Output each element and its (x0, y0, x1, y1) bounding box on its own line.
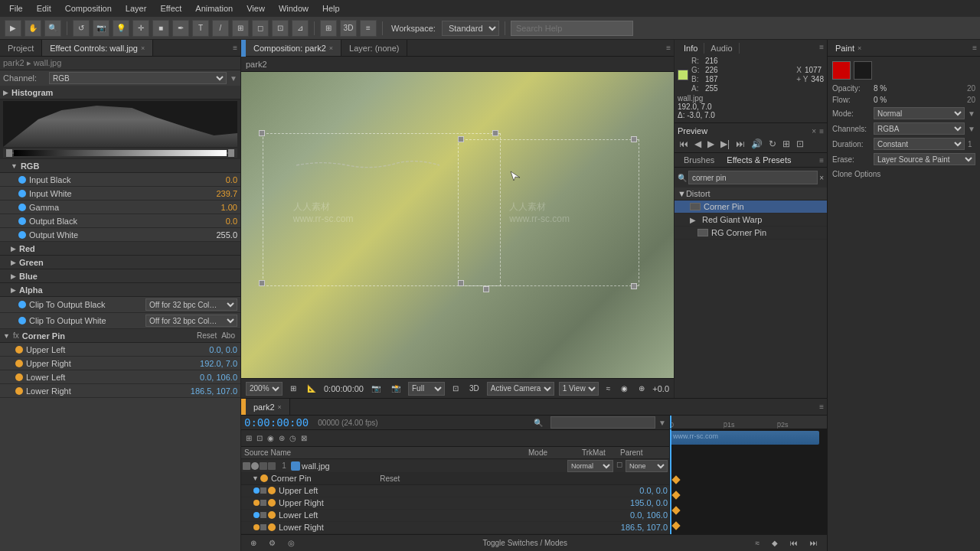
tool-camera[interactable]: 📷 (93, 20, 109, 37)
layer-mode-select[interactable]: Normal (567, 460, 613, 472)
prev-loop-btn[interactable]: ↻ (767, 139, 778, 149)
prev-skip-start-btn[interactable]: ⏮ (678, 139, 690, 149)
tool-zoom[interactable]: 🔍 (44, 20, 61, 37)
tl-visibility-btn[interactable] (251, 462, 259, 470)
tl-icon-3[interactable]: ◉ (266, 434, 276, 442)
slider-white-thumb[interactable] (228, 149, 234, 157)
handle-upper-right-2[interactable] (631, 136, 637, 142)
menu-composition[interactable]: Composition (59, 2, 118, 15)
paint-color-swatch[interactable] (832, 61, 851, 80)
tool-shape[interactable]: ■ (152, 20, 169, 37)
rgb-section-header[interactable]: ▼ RGB (0, 159, 240, 173)
ep-item-corner-pin[interactable]: Corner Pin (675, 201, 827, 214)
zoom-select[interactable]: 200% (246, 382, 283, 396)
erase-select[interactable]: Layer Source & Paint (874, 153, 975, 165)
tab-effect-controls[interactable]: Effect Controls: wall.jpg × (42, 40, 153, 56)
output-black-value[interactable]: 0.0 (226, 217, 237, 226)
ep-search-input[interactable] (688, 171, 818, 184)
tl-solo-btn[interactable] (243, 462, 250, 470)
mode-paint-select[interactable]: Normal (874, 107, 965, 119)
lower-right-value[interactable]: 186.5, 107.0 (191, 386, 237, 396)
tool-hand[interactable]: ✋ (24, 20, 41, 37)
tl-ul-keyframe-toggle[interactable] (253, 487, 260, 494)
tool-align[interactable]: ≡ (360, 20, 377, 37)
menu-window[interactable]: Window (273, 2, 315, 15)
tool-light[interactable]: 💡 (113, 20, 129, 37)
corner-pin-abort-btn[interactable]: Abo (219, 331, 237, 340)
bb-end-btn[interactable]: ⏭ (807, 539, 821, 547)
bb-add-marker-btn[interactable]: ⊕ (247, 539, 260, 547)
prev-step-back-btn[interactable]: ◀ (693, 139, 703, 149)
tl-ur-stopwatch[interactable] (260, 500, 266, 506)
menu-animation[interactable]: Animation (189, 2, 239, 15)
mode-expand[interactable]: ▼ (968, 109, 975, 118)
ep-tab-effects[interactable]: Effects & Presets (720, 155, 797, 165)
search-help-input[interactable] (511, 21, 633, 36)
tl-icon-6[interactable]: ⊠ (299, 434, 309, 442)
channels-expand[interactable]: ▼ (968, 125, 975, 133)
green-section-header[interactable]: ▶ Green (0, 256, 240, 269)
tab-composition[interactable]: Composition: park2 × (246, 40, 341, 56)
red-section-header[interactable]: ▶ Red (0, 242, 240, 256)
comp-3d-btn[interactable]: 3D (466, 383, 482, 393)
comp-ruler-btn[interactable]: 📐 (304, 383, 319, 393)
tool-anchor[interactable]: ✛ (132, 20, 149, 37)
tool-rotate[interactable]: ↺ (73, 20, 90, 37)
clone-options[interactable]: Clone Options (832, 168, 975, 180)
prev-skip-end-btn[interactable]: ⏭ (734, 139, 746, 149)
tool-puppet[interactable]: ⊿ (292, 20, 309, 37)
tl-search-dropdown[interactable]: ▼ (658, 419, 666, 427)
histogram-header[interactable]: ▶ Histogram (0, 86, 240, 99)
tool-selection[interactable]: ▶ (5, 20, 21, 37)
tab-audio[interactable]: Audio (704, 43, 739, 54)
comp-flow-btn[interactable]: ≈ (603, 383, 614, 393)
tl-effect-reset[interactable]: Reset (377, 474, 403, 483)
input-black-value[interactable]: 0.0 (226, 175, 237, 184)
tl-ur-value[interactable]: 195.0, 0.0 (630, 498, 668, 507)
view-select[interactable]: 1 View (559, 382, 599, 396)
histogram-slider[interactable] (3, 148, 237, 158)
tl-icon-4[interactable]: ⊛ (277, 434, 286, 442)
blue-section-header[interactable]: ▶ Blue (0, 269, 240, 283)
keyframe-lr[interactable] (671, 521, 680, 530)
preview-close[interactable]: × (812, 127, 816, 135)
tl-ul-value[interactable]: 0.0, 0.0 (639, 486, 668, 495)
tl-lr-stopwatch[interactable] (260, 524, 266, 530)
alpha-section-header[interactable]: ▶ Alpha (0, 283, 240, 297)
keyframe-ur[interactable] (671, 491, 680, 499)
tl-ul-stopwatch[interactable] (260, 487, 266, 494)
workspace-select[interactable]: Standard (442, 21, 499, 36)
corner-pin-section-header[interactable]: ▼ fx Corner Pin Reset Abo (0, 329, 240, 343)
tl-tab-park2[interactable]: park2 × (246, 399, 290, 415)
tool-text[interactable]: T (192, 20, 209, 37)
menu-effect[interactable]: Effect (154, 2, 188, 15)
handle-upper-right-1[interactable] (492, 130, 498, 136)
tl-tab-close[interactable]: × (278, 403, 282, 411)
effect-controls-close[interactable]: × (141, 44, 145, 52)
prev-audio-btn[interactable]: 🔊 (750, 139, 764, 149)
tool-eraser[interactable]: ◻ (252, 20, 269, 37)
clip-output-white-select[interactable]: Off for 32 bpc Col… (145, 315, 237, 327)
handle-lower-left-2[interactable] (458, 280, 464, 286)
tl-panel-menu[interactable]: ≡ (819, 403, 824, 411)
output-white-value[interactable]: 255.0 (216, 230, 237, 240)
panel-menu-btn[interactable]: ≡ (233, 44, 237, 52)
bb-start-btn[interactable]: ⏮ (787, 539, 801, 547)
bb-keyframe-btn[interactable]: ◆ (769, 539, 781, 547)
comp-resolution-btn[interactable]: ⊡ (449, 383, 462, 393)
bb-settings-btn[interactable]: ⚙ (266, 539, 279, 547)
duration-select[interactable]: Constant (874, 138, 965, 150)
channel-expand[interactable]: ▼ (230, 74, 237, 83)
handle-upper-left-1[interactable] (259, 130, 265, 136)
ep-category-distort[interactable]: ▼ Distort (675, 187, 827, 201)
ep-search-clear-btn[interactable]: × (819, 174, 824, 182)
prev-render-btn[interactable]: ⊡ (795, 139, 805, 149)
tl-effect-expand[interactable]: ▼ (252, 474, 259, 482)
gamma-value[interactable]: 1.00 (221, 203, 237, 212)
tool-pen[interactable]: ✒ (172, 20, 189, 37)
handle-lower-right-2[interactable] (631, 283, 637, 289)
menu-help[interactable]: Help (316, 2, 346, 15)
tl-collapse-btn[interactable] (268, 462, 276, 470)
ep-item-red-giant-warp[interactable]: ▶ Red Giant Warp (675, 214, 827, 227)
tl-playhead[interactable] (670, 416, 671, 429)
